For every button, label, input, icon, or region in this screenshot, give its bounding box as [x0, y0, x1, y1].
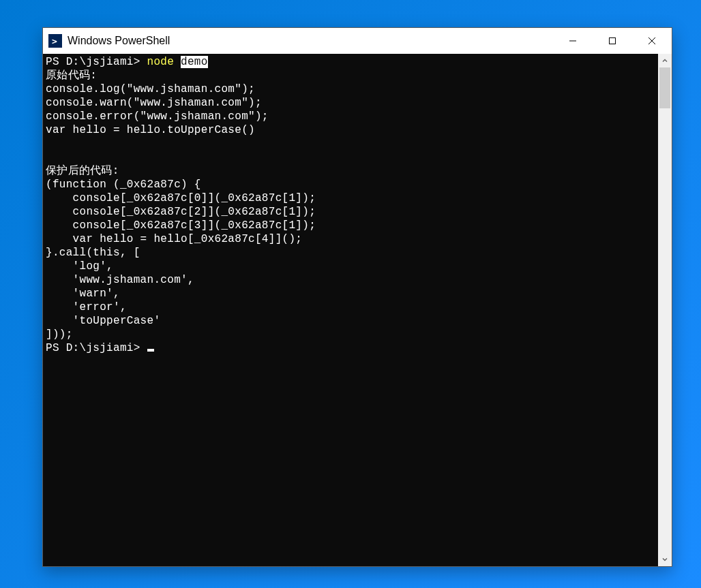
- terminal-line: console[_0x62a87c[2]](_0x62a87c[1]);: [46, 205, 655, 219]
- svg-rect-1: [610, 38, 616, 44]
- terminal-line: PS D:\jsjiami>: [46, 341, 655, 355]
- terminal-line: }.call(this, [: [46, 246, 655, 260]
- terminal-line: console.error("www.jshaman.com");: [46, 110, 655, 123]
- scrollbar[interactable]: [658, 54, 672, 566]
- prompt-path: PS D:\jsjiami>: [46, 56, 147, 68]
- cursor: [147, 349, 154, 352]
- terminal-line: ]));: [46, 328, 655, 341]
- terminal-line: console.log("www.jshaman.com");: [46, 82, 655, 96]
- terminal-line: console[_0x62a87c[0]](_0x62a87c[1]);: [46, 191, 655, 205]
- window-title: Windows PowerShell: [68, 35, 553, 47]
- scroll-track[interactable]: [658, 67, 672, 553]
- terminal-line: 'warn',: [46, 287, 655, 300]
- command-arg-selected: demo: [181, 56, 208, 68]
- close-button[interactable]: [632, 28, 672, 54]
- chevron-down-icon: [662, 557, 668, 562]
- terminal-line: 原始代码:: [46, 69, 655, 82]
- scroll-down-button[interactable]: [658, 553, 672, 566]
- minimize-icon: [569, 37, 577, 45]
- terminal-line: PS D:\jsjiami> node demo: [46, 55, 655, 69]
- terminal-line: 'log',: [46, 260, 655, 273]
- terminal-line: 保护后的代码:: [46, 164, 655, 178]
- chevron-up-icon: [662, 58, 668, 63]
- terminal-line: console[_0x62a87c[3]](_0x62a87c[1]);: [46, 219, 655, 232]
- maximize-button[interactable]: [593, 28, 632, 54]
- terminal-line: [46, 151, 655, 164]
- terminal-line: 'toUpperCase': [46, 314, 655, 328]
- prompt-path: PS D:\jsjiami>: [46, 342, 147, 354]
- scroll-up-button[interactable]: [658, 54, 672, 67]
- powershell-icon-glyph: >: [52, 36, 57, 46]
- terminal-line: console.warn("www.jshaman.com");: [46, 96, 655, 110]
- terminal-line: 'www.jshaman.com',: [46, 273, 655, 287]
- powershell-window: > Windows PowerShell PS D:\jsjiami> node…: [42, 27, 672, 567]
- window-controls: [553, 28, 672, 54]
- command-node: node: [147, 56, 181, 68]
- terminal-line: [46, 137, 655, 151]
- close-icon: [648, 37, 656, 45]
- minimize-button[interactable]: [553, 28, 593, 54]
- terminal-line: 'error',: [46, 300, 655, 314]
- terminal-line: var hello = hello[_0x62a87c[4]]();: [46, 232, 655, 246]
- terminal-line: (function (_0x62a87c) {: [46, 178, 655, 191]
- terminal-line: var hello = hello.toUpperCase(): [46, 123, 655, 137]
- maximize-icon: [608, 37, 616, 45]
- scroll-thumb[interactable]: [659, 67, 670, 108]
- terminal-body: PS D:\jsjiami> node demo原始代码:console.log…: [43, 54, 672, 566]
- powershell-icon: >: [48, 34, 62, 48]
- terminal-content[interactable]: PS D:\jsjiami> node demo原始代码:console.log…: [43, 54, 658, 566]
- window-titlebar[interactable]: > Windows PowerShell: [43, 28, 672, 54]
